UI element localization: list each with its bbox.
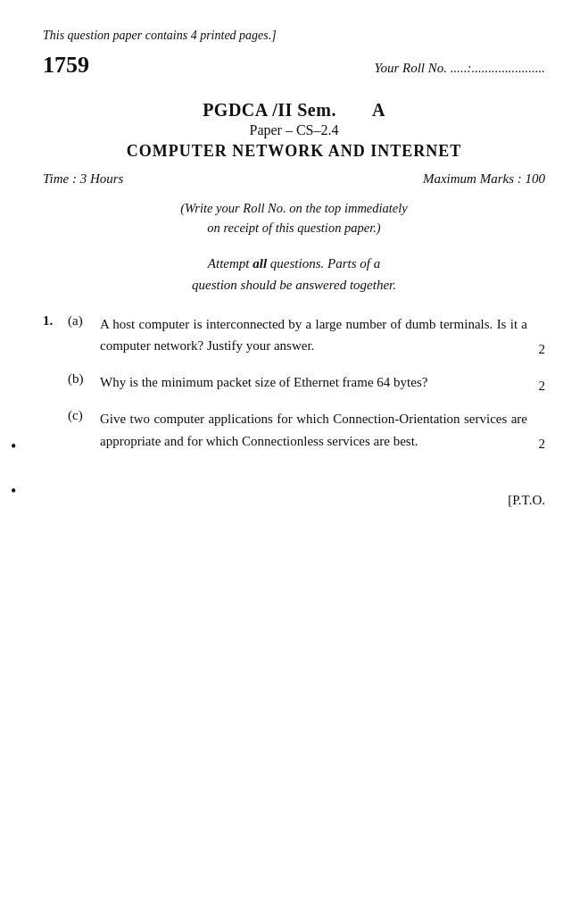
q1c-label: (c)	[68, 408, 100, 423]
q1c-row: (c) Give two computer applications for w…	[68, 408, 545, 453]
bullet-dot-2: •	[11, 482, 16, 501]
q1-parts: (a) A host computer is interconnected by…	[68, 313, 545, 467]
course-name: PGDCA /II Sem.	[203, 100, 336, 121]
paper-number: 1759	[43, 52, 89, 79]
header-section: PGDCA /II Sem. A Paper – CS–2.4 COMPUTER…	[43, 100, 545, 161]
q1a-label: (a)	[68, 313, 100, 329]
subject-title: COMPUTER NETWORK AND INTERNET	[43, 142, 545, 161]
q1-number: 1.	[43, 313, 68, 467]
marks-label: Maximum Marks : 100	[423, 171, 545, 187]
q1a-marks: 2	[527, 342, 545, 357]
bullet-dot-1: •	[11, 437, 16, 456]
time-label: Time : 3 Hours	[43, 171, 123, 187]
q1a-row: (a) A host computer is interconnected by…	[68, 313, 545, 358]
q1b-row: (b) Why is the minimum packet size of Et…	[68, 371, 545, 394]
questions-section: 1. (a) A host computer is interconnected…	[43, 313, 545, 467]
q1b-marks: 2	[527, 379, 545, 394]
q1a-text: A host computer is interconnected by a l…	[100, 313, 527, 358]
paper-code: Paper – CS–2.4	[43, 122, 545, 138]
roll-no-field: Your Roll No. .....:....................…	[374, 61, 545, 76]
instruction-line-1: (Write your Roll No. on the top immediat…	[43, 199, 545, 219]
question-1-header: 1. (a) A host computer is interconnected…	[43, 313, 545, 467]
top-note: This question paper contains 4 printed p…	[43, 29, 545, 43]
attempt-line-2: question should be answered together.	[43, 274, 545, 296]
set-letter: A	[372, 100, 385, 121]
instruction-block: (Write your Roll No. on the top immediat…	[43, 199, 545, 238]
pto-label: [P.T.O.	[43, 493, 545, 508]
paper-number-row: 1759 Your Roll No. .....:...............…	[43, 52, 545, 79]
time-marks-row: Time : 3 Hours Maximum Marks : 100	[43, 171, 545, 187]
q1b-text: Why is the minimum packet size of Ethern…	[100, 371, 527, 394]
exam-paper: • • This question paper contains 4 print…	[0, 0, 588, 916]
q1b-label: (b)	[68, 371, 100, 387]
q1c-text: Give two computer applications for which…	[100, 408, 527, 453]
q1c-marks: 2	[527, 437, 545, 452]
attempt-line-1: Attempt all questions. Parts of a	[43, 253, 545, 274]
instruction-line-2: on receipt of this question paper.)	[43, 219, 545, 238]
attempt-block: Attempt all questions. Parts of a questi…	[43, 253, 545, 296]
course-title-row: PGDCA /II Sem. A	[43, 100, 545, 121]
